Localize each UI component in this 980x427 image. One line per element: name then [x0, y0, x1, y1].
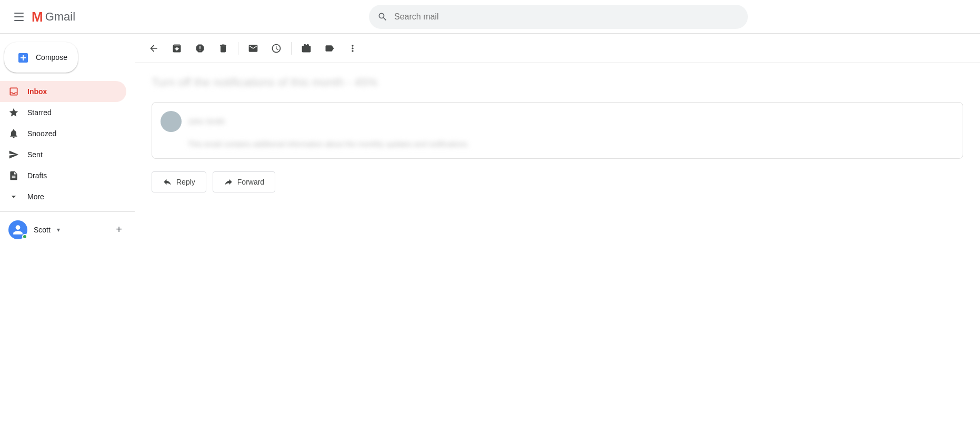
- logo-area: M Gmail: [32, 10, 137, 24]
- sender-avatar: [161, 111, 182, 132]
- chevron-down-icon: [8, 191, 19, 202]
- sender-info: John Smith: [188, 117, 954, 126]
- more-actions-button[interactable]: [342, 38, 363, 59]
- email-area: Turn off the notifications of this month…: [135, 34, 980, 427]
- star-icon: [8, 107, 19, 118]
- hamburger-icon: [14, 13, 24, 21]
- online-indicator: [22, 234, 27, 239]
- sidebar-item-inbox[interactable]: Inbox: [0, 81, 126, 102]
- add-account-button[interactable]: +: [112, 222, 126, 237]
- email-body: This email contains additional informati…: [188, 138, 954, 150]
- sidebar-item-more[interactable]: More: [0, 186, 126, 207]
- sidebar-item-snoozed-label: Snoozed: [27, 129, 118, 138]
- forward-button[interactable]: Forward: [213, 171, 275, 192]
- user-dropdown-caret[interactable]: ▾: [57, 226, 60, 233]
- sidebar: Compose Inbox Starred: [0, 34, 135, 427]
- sidebar-divider: [0, 211, 135, 212]
- reply-button[interactable]: Reply: [152, 171, 206, 192]
- reply-label: Reply: [176, 178, 195, 186]
- sidebar-item-sent[interactable]: Sent: [0, 144, 126, 165]
- gmail-m-logo: M: [32, 10, 43, 24]
- avatar[interactable]: [8, 220, 27, 239]
- archive-button[interactable]: [166, 38, 187, 59]
- email-message: John Smith This email contains additiona…: [152, 102, 963, 159]
- sidebar-item-sent-label: Sent: [27, 150, 118, 159]
- hamburger-button[interactable]: [8, 6, 29, 27]
- search-bar[interactable]: [369, 5, 748, 29]
- compose-label: Compose: [36, 53, 67, 62]
- delete-button[interactable]: [213, 38, 234, 59]
- draft-icon: [8, 170, 19, 181]
- email-toolbar: [135, 34, 980, 63]
- compose-plus-icon: [17, 50, 29, 64]
- move-button[interactable]: [296, 38, 317, 59]
- action-buttons: Reply Forward: [152, 171, 963, 209]
- sidebar-item-starred[interactable]: Starred: [0, 102, 126, 123]
- toolbar-divider-1: [238, 42, 238, 55]
- label-button[interactable]: [319, 38, 340, 59]
- search-input[interactable]: [394, 12, 739, 22]
- compose-button[interactable]: Compose: [4, 42, 78, 73]
- sidebar-item-drafts-label: Drafts: [27, 171, 118, 180]
- sidebar-item-inbox-label: Inbox: [27, 87, 118, 96]
- sender-name: John Smith: [188, 117, 954, 126]
- sidebar-item-starred-label: Starred: [27, 108, 118, 117]
- user-name: Scott: [34, 226, 51, 234]
- email-subject: Turn off the notifications of this month…: [152, 76, 963, 89]
- search-icon: [377, 11, 388, 22]
- sent-icon: [8, 149, 19, 160]
- user-area: Scott ▾ +: [0, 216, 135, 243]
- email-sender-row: John Smith: [161, 111, 954, 132]
- mark-unread-button[interactable]: [243, 38, 264, 59]
- snooze-icon: [8, 128, 19, 139]
- sidebar-item-snoozed[interactable]: Snoozed: [0, 123, 126, 144]
- back-button[interactable]: [143, 38, 164, 59]
- forward-label: Forward: [237, 178, 264, 186]
- inbox-icon: [8, 86, 19, 97]
- gmail-text-logo: Gmail: [45, 10, 75, 24]
- sidebar-item-drafts[interactable]: Drafts: [0, 165, 126, 186]
- sidebar-item-more-label: More: [27, 192, 118, 201]
- app-header: M Gmail: [0, 0, 980, 34]
- email-thread: Turn off the notifications of this month…: [135, 63, 980, 222]
- toolbar-divider-2: [291, 42, 292, 55]
- snooze-button[interactable]: [266, 38, 287, 59]
- main-layout: Compose Inbox Starred: [0, 34, 980, 427]
- spam-button[interactable]: [189, 38, 211, 59]
